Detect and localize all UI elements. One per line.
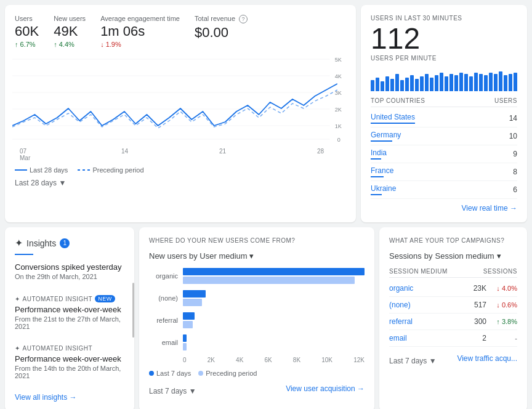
bar-row: (none) (149, 290, 365, 306)
view-user-acquisition-link[interactable]: View user acquisition → (286, 384, 365, 393)
campaign-medium[interactable]: organic (389, 284, 462, 293)
engagement-change: ↓ 1.9% (100, 41, 180, 48)
campaign-medium[interactable]: email (389, 334, 462, 342)
bar-label: organic (149, 272, 183, 280)
insight-3-subtitle: From the 14th to the 20th of March, 2021 (15, 365, 124, 379)
medium-dropdown[interactable]: Session medium (435, 251, 494, 261)
realtime-bar (484, 75, 488, 91)
metrics-row: Users 60K ↑ 6.7% New users 49K ↑ 4.4% Av… (15, 15, 346, 48)
revenue-value: $0.00 (195, 25, 248, 41)
new-users-card: WHERE DO YOUR NEW USERS COME FROM? New u… (139, 227, 374, 409)
insight-item-2: Performance week-over-week From the 21st… (15, 305, 124, 330)
chart-x-labels: 07Mar 14 21 28 (15, 145, 346, 161)
campaign-medium[interactable]: (none) (389, 301, 462, 309)
insight-2-subtitle: From the 21st to the 27th of March, 2021 (15, 315, 124, 330)
realtime-bar (410, 75, 414, 91)
view-traffic-link[interactable]: View traffic acqu... (457, 354, 517, 363)
realtime-bar (385, 76, 389, 91)
insights-divider (15, 254, 33, 255)
scroll-indicator (132, 283, 134, 338)
bar-wrap (183, 290, 365, 306)
view-realtime-link[interactable]: View real time → (371, 204, 517, 213)
country-users: 10 (509, 132, 517, 140)
insights-header: ✦ Insights 1 (15, 237, 124, 249)
bar-row: email (149, 334, 365, 350)
main-metrics-card: Users 60K ↑ 6.7% New users 49K ↑ 4.4% Av… (5, 5, 356, 222)
bar-chart-x-axis: 02K4K6K8K10K12K (183, 357, 365, 363)
campaigns-section-title: WHAT ARE YOUR TOP CAMPAIGNS? (389, 237, 517, 244)
realtime-country-row: France 8 (371, 163, 517, 181)
session-selector: Sessions by Session medium ▾ (389, 251, 517, 261)
insight-item-3: Performance week-over-week From the 14th… (15, 354, 124, 379)
view-insights-link[interactable]: View all insights → (15, 388, 124, 402)
svg-text:1K: 1K (335, 123, 342, 129)
new-users-date-selector[interactable]: Last 7 days ▼ (149, 387, 196, 395)
users-change: ↑ 6.7% (15, 41, 39, 48)
campaign-change: - (486, 334, 517, 342)
new-users-section-title: WHERE DO YOUR NEW USERS COME FROM? (149, 237, 365, 244)
new-users-chart-bottom: Last 7 days Preceding period (149, 370, 365, 377)
realtime-bar (435, 75, 438, 91)
date-selector[interactable]: Last 28 days ▼ (15, 179, 346, 187)
realtime-bar (499, 71, 502, 91)
realtime-bar (504, 75, 507, 91)
svg-text:5K: 5K (335, 57, 342, 63)
auto-icon-2: ✦ (15, 345, 20, 352)
country-users: 9 (513, 150, 517, 158)
campaigns-date-selector[interactable]: Last 7 days ▼ (389, 357, 437, 365)
campaign-change: ↓ 4.0% (486, 285, 517, 292)
campaign-change: ↑ 3.8% (486, 318, 517, 325)
campaigns-table-header: SESSION MEDIUM SESSIONS (389, 268, 517, 278)
bar-wrap (183, 312, 365, 328)
realtime-table-header: TOP COUNTRIES USERS (371, 97, 517, 107)
realtime-bar (430, 78, 433, 91)
bar-label: (none) (149, 294, 183, 302)
country-name[interactable]: France (371, 166, 393, 177)
country-name[interactable]: Germany (371, 131, 401, 142)
campaign-row: email 2 - (389, 330, 517, 347)
realtime-count: 112 (371, 24, 517, 54)
country-name[interactable]: United States (371, 113, 415, 124)
primary-bar (183, 268, 365, 275)
realtime-bar (420, 76, 424, 91)
users-label: Users (15, 15, 39, 22)
realtime-bar (509, 74, 512, 91)
campaign-change: ↓ 0.6% (486, 301, 517, 309)
realtime-bar (440, 73, 443, 91)
campaign-row: organic 23K ↓ 4.0% (389, 280, 517, 297)
realtime-bar (415, 79, 419, 91)
main-chart: 5K 4K 3K 2K 1K 0 (12, 53, 349, 145)
sessions-dropdown[interactable]: Sessions (389, 251, 422, 261)
svg-text:2K: 2K (335, 107, 342, 113)
country-name[interactable]: India (371, 148, 387, 160)
secondary-dot (198, 371, 203, 376)
realtime-bar (494, 74, 498, 91)
metric-engagement: Average engagement time 1m 06s ↓ 1.9% (100, 15, 180, 48)
metric-revenue: Total revenue ? $0.00 (195, 15, 248, 48)
insights-label: Insights (26, 238, 56, 248)
realtime-bar (381, 81, 384, 91)
country-users: 8 (513, 168, 517, 176)
insights-icon: ✦ (15, 237, 23, 249)
automated-label-1: ✦ AUTOMATED INSIGHT New (15, 295, 124, 302)
primary-dot (149, 371, 154, 376)
bar-label: email (149, 339, 183, 346)
new-users-legend: Last 7 days Preceding period (149, 370, 257, 377)
secondary-bar (183, 343, 187, 350)
revenue-label: Total revenue ? (195, 15, 248, 23)
insight-1-title: Conversions spiked yesterday (15, 262, 124, 272)
engagement-label: Average engagement time (100, 15, 180, 22)
secondary-bar (183, 277, 355, 284)
bar-wrap (183, 268, 365, 284)
realtime-subtitle: USERS PER MINUTE (371, 55, 517, 62)
new-users-chart-title[interactable]: New users by User medium ▾ (149, 251, 365, 261)
country-name[interactable]: Ukraine (371, 184, 396, 195)
realtime-bar (469, 76, 473, 91)
country-users: 6 (513, 185, 517, 194)
realtime-bar (449, 74, 453, 91)
help-icon[interactable]: ? (239, 15, 248, 23)
realtime-country-row: India 9 (371, 145, 517, 163)
insight-2-title: Performance week-over-week (15, 305, 124, 314)
bar-row: organic (149, 268, 365, 284)
campaign-medium[interactable]: referral (389, 317, 462, 326)
